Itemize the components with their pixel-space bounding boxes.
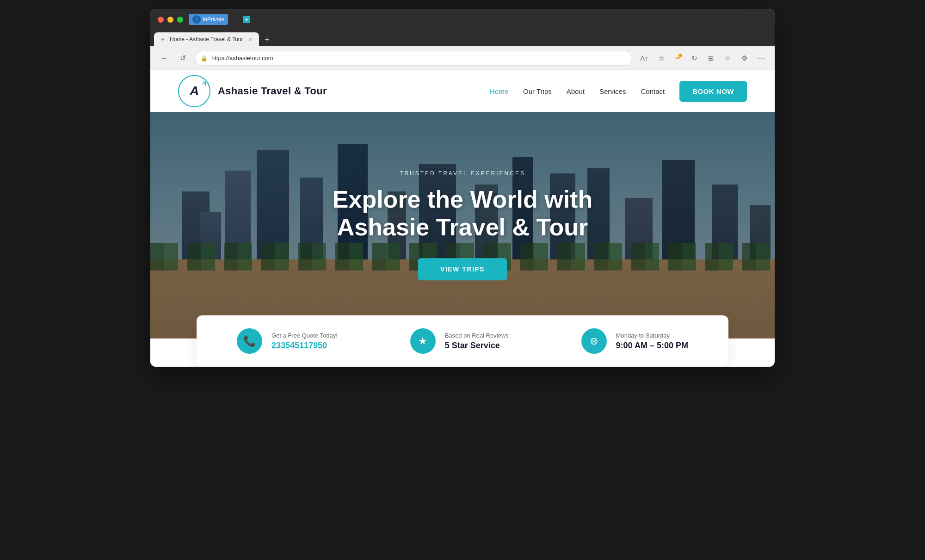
close-button[interactable] [158, 17, 164, 23]
minimize-button[interactable] [167, 17, 173, 23]
logo-plane-icon: ✈ [200, 78, 210, 88]
profile-icon: 👤 [192, 15, 201, 24]
browser-titlebar: 👤 InPrivate ✈ [150, 9, 775, 30]
info-strip: 📞 Get a Free Quote Today! 233545117950 ★… [197, 315, 728, 367]
toolbar-icons: A↑ ☆ ✏ ↻ ⊞ ☆ ⚙ ⋯ [638, 52, 767, 65]
hero-title: Explore the World with Ashasie Travel & … [301, 186, 624, 241]
refresh-page-icon[interactable]: ↻ [688, 52, 701, 65]
book-now-button[interactable]: BOOK NOW [679, 81, 747, 102]
logo-area: A ✈ Ashasie Travel & Tour [178, 75, 327, 107]
tab-favicon-icon: ✈ [160, 36, 166, 43]
logo-circle: A ✈ [178, 75, 210, 107]
traffic-lights [158, 17, 183, 23]
info-rating-text: Based on Real Reviews 5 Star Service [445, 332, 509, 351]
url-text: https://ashasietour.com [211, 55, 273, 62]
info-item-phone: 📞 Get a Free Quote Today! 233545117950 [237, 328, 338, 354]
tab-bar: ✈ Home - Ashasie Travel & Tour ✕ + [150, 30, 775, 46]
hero-title-line1: Explore the World with [333, 186, 592, 213]
reading-view-icon[interactable]: A↑ [638, 52, 651, 65]
phone-icon: 📞 [237, 328, 262, 354]
essentials-badge [678, 54, 682, 57]
info-item-hours: ⊛ Monday to Saturday 9:00 AM – 5:00 PM [581, 328, 688, 354]
info-rating-value: 5 Star Service [445, 341, 509, 351]
inprivate-label: InPrivate [203, 16, 224, 23]
info-hours-label: Monday to Saturday [616, 332, 688, 339]
info-item-rating: ★ Based on Real Reviews 5 Star Service [410, 328, 509, 354]
split-screen-icon[interactable]: ⊞ [704, 52, 717, 65]
menu-icon[interactable]: ⋯ [754, 52, 767, 65]
copilot-icon[interactable]: ⚙ [738, 52, 751, 65]
browser-window: 👤 InPrivate ✈ ✈ Home - Ashasie Travel & … [150, 9, 775, 367]
info-phone-value[interactable]: 233545117950 [271, 341, 338, 351]
address-bar: ← ↺ 🔒 https://ashasietour.com A↑ ☆ ✏ ↻ ⊞… [150, 46, 775, 70]
site-nav: Home Our Trips About Services Contact BO… [490, 81, 747, 102]
info-phone-text: Get a Free Quote Today! 233545117950 [271, 332, 338, 351]
hero-section: TRUSTED TRAVEL EXPERIENCES Explore the W… [150, 112, 775, 338]
info-phone-label: Get a Free Quote Today! [271, 332, 338, 339]
hero-subtitle: TRUSTED TRAVEL EXPERIENCES [301, 170, 624, 177]
info-divider-1 [374, 330, 374, 353]
nav-home[interactable]: Home [490, 87, 508, 95]
browser-essentials-icon[interactable]: ✏ [671, 52, 684, 65]
page-icon: ✈ [243, 16, 250, 23]
hero-content: TRUSTED TRAVEL EXPERIENCES Explore the W… [301, 170, 624, 280]
logo-letter: A [190, 84, 199, 98]
tab-close-button[interactable]: ✕ [247, 36, 253, 43]
star-icon: ★ [410, 328, 436, 354]
view-trips-button[interactable]: VIEW TRIPS [418, 258, 507, 280]
nav-our-trips[interactable]: Our Trips [523, 87, 552, 95]
website-content: A ✈ Ashasie Travel & Tour Home Our Trips… [150, 70, 775, 367]
info-divider-2 [545, 330, 545, 353]
add-favorites-icon[interactable]: ☆ [721, 52, 734, 65]
refresh-button[interactable]: ↺ [176, 52, 189, 65]
nav-contact[interactable]: Contact [641, 87, 665, 95]
info-hours-text: Monday to Saturday 9:00 AM – 5:00 PM [616, 332, 688, 351]
info-hours-value: 9:00 AM – 5:00 PM [616, 341, 688, 351]
maximize-button[interactable] [177, 17, 183, 23]
lock-icon: 🔒 [201, 55, 208, 62]
clock-icon: ⊛ [581, 328, 607, 354]
active-tab[interactable]: ✈ Home - Ashasie Travel & Tour ✕ [154, 32, 259, 46]
nav-about[interactable]: About [567, 87, 585, 95]
tab-title: Home - Ashasie Travel & Tour [170, 36, 243, 43]
inprivate-button[interactable]: 👤 InPrivate [189, 14, 228, 25]
hero-title-line2: Ashasie Travel & Tour [337, 214, 588, 240]
site-header: A ✈ Ashasie Travel & Tour Home Our Trips… [150, 70, 775, 112]
brand-name: Ashasie Travel & Tour [218, 85, 327, 97]
back-button[interactable]: ← [158, 52, 171, 65]
new-tab-button[interactable]: + [261, 33, 274, 46]
favorites-icon[interactable]: ☆ [654, 52, 667, 65]
nav-services[interactable]: Services [599, 87, 626, 95]
info-rating-label: Based on Real Reviews [445, 332, 509, 339]
url-bar[interactable]: 🔒 https://ashasietour.com [195, 51, 632, 66]
